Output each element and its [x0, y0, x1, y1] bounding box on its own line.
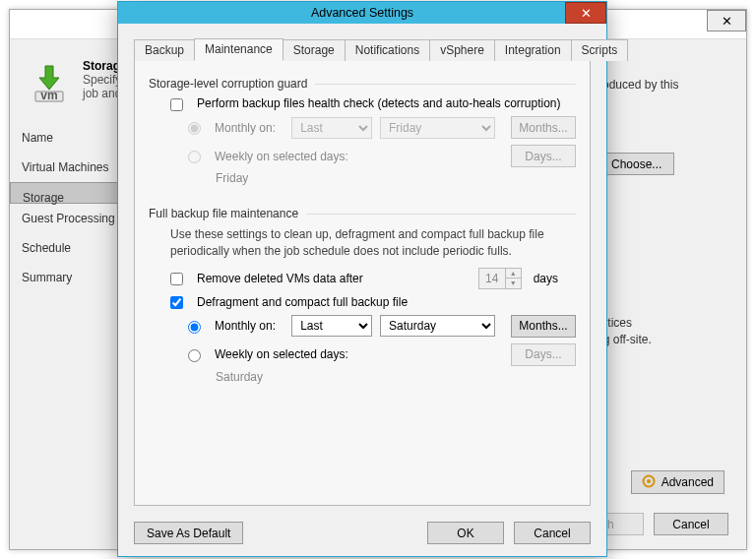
- parent-close-button[interactable]: ✕: [707, 10, 746, 31]
- tab-strip: Backup Maintenance Storage Notifications…: [134, 37, 591, 61]
- spin-down-icon: ▼: [506, 279, 521, 288]
- remove-deleted-checkbox[interactable]: [170, 273, 183, 285]
- advanced-settings-dialog: Advanced Settings ✕ Backup Maintenance S…: [117, 1, 607, 557]
- remove-days-value: [479, 269, 505, 288]
- group-full-backup-maint: Full backup file maintenance: [149, 207, 576, 220]
- g1-days-button: Days...: [511, 145, 576, 167]
- svg-point-3: [647, 479, 651, 483]
- dialog-footer: Save As Default OK Cancel: [118, 514, 606, 556]
- dialog-titlebar: Advanced Settings ✕: [118, 2, 606, 24]
- g1-weekly-label: Weekly on selected days:: [215, 150, 348, 163]
- tab-maintenance[interactable]: Maintenance: [194, 38, 284, 61]
- g1-monthly-radio: [188, 122, 201, 135]
- g2-description: Use these settings to clean up, defragme…: [170, 226, 576, 260]
- gear-icon: [642, 474, 656, 491]
- dialog-title: Advanced Settings: [311, 6, 413, 20]
- remove-days-spinner: ▲▼: [478, 268, 522, 289]
- tab-vsphere[interactable]: vSphere: [429, 39, 495, 61]
- g2-weekly-radio[interactable]: [188, 349, 201, 362]
- parent-cancel-button[interactable]: Cancel: [654, 513, 728, 535]
- storage-icon: vm: [30, 64, 69, 103]
- defragment-checkbox[interactable]: [170, 296, 183, 309]
- g2-day-select[interactable]: Saturday: [380, 315, 495, 337]
- g2-monthly-label: Monthly on:: [215, 319, 284, 333]
- g2-week-select[interactable]: Last: [291, 315, 372, 337]
- g2-days-button: Days...: [511, 343, 576, 366]
- tab-scripts[interactable]: Scripts: [571, 39, 629, 61]
- g2-monthly-radio[interactable]: [188, 321, 201, 334]
- cancel-button[interactable]: Cancel: [514, 522, 591, 544]
- save-default-button[interactable]: Save As Default: [134, 522, 243, 544]
- advanced-label: Advanced: [662, 475, 714, 489]
- g1-weekly-radio: [188, 151, 201, 163]
- g1-day-select: Friday: [380, 117, 495, 139]
- g1-monthly-label: Monthly on:: [215, 121, 284, 135]
- dialog-close-button[interactable]: ✕: [565, 2, 606, 24]
- g2-months-button[interactable]: Months...: [511, 315, 576, 338]
- g1-weekly-summary: Friday: [216, 171, 248, 185]
- tab-backup[interactable]: Backup: [134, 39, 195, 61]
- choose-button[interactable]: Choose...: [598, 153, 674, 175]
- g2-weekly-summary: Saturday: [216, 370, 263, 384]
- tab-content: Storage-level corruption guard Perform b…: [134, 61, 591, 506]
- advanced-button[interactable]: Advanced: [631, 470, 724, 494]
- group-corruption-guard: Storage-level corruption guard: [149, 77, 576, 91]
- ok-button[interactable]: OK: [427, 522, 504, 544]
- g2-weekly-label: Weekly on selected days:: [215, 347, 348, 361]
- spin-up-icon: ▲: [506, 269, 521, 280]
- g1-week-select: Last: [291, 117, 372, 139]
- remove-deleted-label: Remove deleted VMs data after: [197, 272, 363, 285]
- g1-months-button: Months...: [511, 116, 576, 139]
- health-check-checkbox[interactable]: [170, 98, 183, 111]
- tab-storage[interactable]: Storage: [283, 39, 346, 61]
- health-check-label: Perform backup files health check (detec…: [197, 96, 561, 110]
- defragment-label: Defragment and compact full backup file: [197, 295, 408, 309]
- tab-notifications[interactable]: Notifications: [345, 39, 430, 61]
- days-unit-label: days: [534, 272, 558, 285]
- svg-text:vm: vm: [40, 89, 57, 102]
- tab-integration[interactable]: Integration: [494, 39, 572, 61]
